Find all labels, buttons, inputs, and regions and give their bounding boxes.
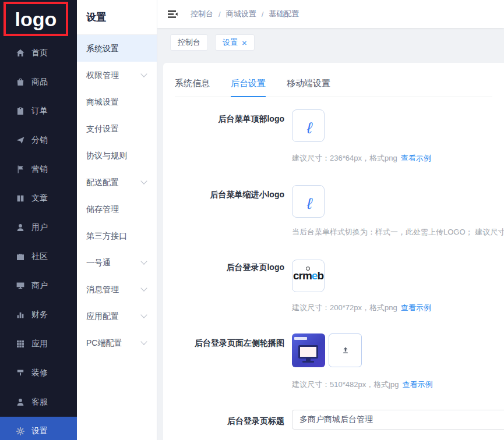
chevron-down-icon bbox=[140, 258, 147, 264]
field-label-login-carousel: 后台登录页面左侧轮播图 bbox=[163, 337, 284, 349]
monitor-illustration bbox=[298, 345, 318, 359]
sidebar-item-label: 商品 bbox=[31, 77, 48, 87]
sidebar-item-merchants[interactable]: 商户 bbox=[0, 271, 77, 300]
sidebar-item-community[interactable]: 社区 bbox=[0, 242, 77, 271]
sidebar-item-label: 首页 bbox=[31, 48, 48, 58]
breadcrumb-item[interactable]: 商城设置 bbox=[226, 9, 256, 19]
annotation-highlight-box: logo bbox=[3, 2, 68, 36]
field-label-login-logo: 后台登录页logo bbox=[163, 261, 284, 273]
upload-login-logo[interactable]: crmeb bbox=[292, 260, 325, 292]
submenu-item-agreement-rules[interactable]: 协议与规则 bbox=[77, 142, 157, 169]
settings-submenu: 设置 系统设置 权限管理 商城设置 支付设置 协议与规则 配送配置 储存管理 第… bbox=[77, 0, 157, 440]
marketing-icon bbox=[16, 165, 25, 174]
sidebar-item-home[interactable]: 首页 bbox=[0, 38, 77, 68]
submenu-item-storage[interactable]: 储存管理 bbox=[77, 196, 157, 222]
sidebar-item-service[interactable]: 客服 bbox=[0, 388, 77, 417]
field-label-login-title: 后台登录页标题 bbox=[163, 415, 284, 427]
submenu-item-third-party[interactable]: 第三方接口 bbox=[77, 222, 157, 249]
view-example-link[interactable]: 查看示例 bbox=[401, 154, 431, 162]
sidebar-item-users[interactable]: 用户 bbox=[0, 213, 77, 242]
sidebar-item-distribution[interactable]: 分销 bbox=[0, 126, 77, 155]
upload-carousel-button[interactable] bbox=[329, 333, 362, 367]
thumbnail-caption-bar bbox=[294, 337, 307, 340]
breadcrumb-separator: / bbox=[218, 10, 221, 19]
carousel-image-thumbnail[interactable] bbox=[292, 333, 325, 367]
top-header: 控制台 / 商城设置 / 基础配置 bbox=[157, 0, 504, 28]
settings-card: 系统信息 后台设置 移动端设置 后台菜单顶部logo ℓ 建议尺寸：236*64… bbox=[163, 63, 504, 440]
settings-tabs: 系统信息 后台设置 移动端设置 bbox=[175, 78, 492, 97]
sidebar-item-settings[interactable]: 设置 bbox=[0, 417, 77, 440]
tab-mobile-settings[interactable]: 移动端设置 bbox=[287, 78, 330, 97]
upload-icon bbox=[341, 346, 350, 354]
field-hint: 建议尺寸：236*64px，格式png查看示例 bbox=[292, 153, 431, 164]
sidebar-item-label: 分销 bbox=[31, 135, 48, 146]
app-logo: logo bbox=[15, 9, 57, 29]
submenu-item-pc-config[interactable]: PC端配置 bbox=[77, 329, 157, 356]
menu-fold-icon[interactable] bbox=[168, 10, 178, 19]
orders-icon bbox=[16, 107, 25, 116]
submenu-item-message[interactable]: 消息管理 bbox=[77, 276, 157, 303]
upload-menu-top-logo[interactable]: ℓ bbox=[292, 109, 325, 142]
sidebar-item-orders[interactable]: 订单 bbox=[0, 97, 77, 126]
community-icon bbox=[16, 252, 25, 261]
breadcrumb: 控制台 / 商城设置 / 基础配置 bbox=[191, 9, 299, 19]
sidebar-item-label: 财务 bbox=[31, 310, 48, 320]
login-title-input[interactable] bbox=[292, 410, 504, 430]
breadcrumb-separator: / bbox=[262, 10, 264, 19]
chevron-down-icon bbox=[140, 70, 147, 77]
decoration-icon bbox=[16, 368, 25, 378]
submenu-item-permission[interactable]: 权限管理 bbox=[77, 62, 157, 88]
finance-icon bbox=[16, 310, 25, 320]
sidebar-item-label: 营销 bbox=[31, 164, 48, 175]
sidebar-item-apps[interactable]: 应用 bbox=[0, 329, 77, 359]
crmeb-logo-image: crmeb bbox=[293, 269, 323, 282]
breadcrumb-item[interactable]: 控制台 bbox=[191, 9, 213, 19]
sidebar-item-marketing[interactable]: 营销 bbox=[0, 155, 77, 184]
chevron-down-icon bbox=[140, 311, 147, 318]
tab-backend-settings[interactable]: 后台设置 bbox=[231, 78, 266, 97]
view-example-link[interactable]: 查看示例 bbox=[403, 380, 433, 389]
tag-settings[interactable]: 设置 × bbox=[215, 34, 255, 51]
tag-console[interactable]: 控制台 bbox=[170, 34, 208, 51]
field-hint: 当后台菜单样式切换为：样式一，此处需上传LOGO； 建议尺寸 bbox=[292, 227, 504, 237]
submenu-item-delivery-config[interactable]: 配送配置 bbox=[77, 169, 157, 196]
uploaded-logo-image: ℓ bbox=[307, 196, 312, 212]
submenu-item-system-settings[interactable]: 系统设置 bbox=[77, 35, 157, 62]
sidebar-item-label: 社区 bbox=[31, 251, 48, 262]
tab-system-info[interactable]: 系统信息 bbox=[175, 78, 210, 97]
home-icon bbox=[16, 48, 25, 58]
chevron-down-icon bbox=[140, 285, 147, 291]
submenu-item-app-config[interactable]: 应用配置 bbox=[77, 303, 157, 329]
goods-icon bbox=[16, 77, 25, 87]
submenu-title: 设置 bbox=[77, 0, 157, 35]
submenu-item-payment[interactable]: 支付设置 bbox=[77, 115, 157, 142]
submenu-item-mall-settings[interactable]: 商城设置 bbox=[77, 88, 157, 115]
view-example-link[interactable]: 查看示例 bbox=[401, 303, 431, 312]
distribution-icon bbox=[16, 136, 25, 145]
sidebar-item-articles[interactable]: 文章 bbox=[0, 184, 77, 213]
sidebar-item-goods[interactable]: 商品 bbox=[0, 68, 77, 97]
crmeb-logo-ring bbox=[306, 267, 310, 271]
open-tags-bar: 控制台 设置 × bbox=[157, 28, 504, 63]
main-sidebar: logo 首页 商品 订单 分销 营销 bbox=[0, 0, 77, 440]
sidebar-item-label: 用户 bbox=[31, 222, 48, 233]
sidebar-item-label: 文章 bbox=[31, 193, 48, 204]
users-icon bbox=[16, 223, 25, 232]
sidebar-item-decoration[interactable]: 装修 bbox=[0, 359, 77, 388]
close-icon[interactable]: × bbox=[242, 38, 247, 47]
field-label-menu-small-logo: 后台菜单缩进小logo bbox=[163, 189, 284, 200]
uploaded-logo-image: ℓ bbox=[307, 120, 312, 136]
breadcrumb-item-current: 基础配置 bbox=[269, 9, 299, 19]
admin-page: logo 首页 商品 订单 分销 营销 bbox=[0, 0, 504, 440]
upload-menu-small-logo[interactable]: ℓ bbox=[292, 185, 325, 218]
sidebar-item-finance[interactable]: 财务 bbox=[0, 300, 77, 329]
apps-icon bbox=[16, 339, 25, 349]
settings-gear-icon bbox=[16, 427, 25, 436]
field-label-menu-top-logo: 后台菜单顶部logo bbox=[163, 113, 284, 125]
main-content: 控制台 / 商城设置 / 基础配置 控制台 设置 × 系统信息 后台设置 移动端… bbox=[157, 0, 504, 440]
sidebar-item-label: 装修 bbox=[31, 368, 48, 378]
sidebar-item-label: 设置 bbox=[31, 426, 48, 437]
submenu-item-yihaotong[interactable]: 一号通 bbox=[77, 249, 157, 276]
sidebar-item-label: 客服 bbox=[31, 397, 48, 407]
chevron-down-icon bbox=[140, 178, 147, 184]
